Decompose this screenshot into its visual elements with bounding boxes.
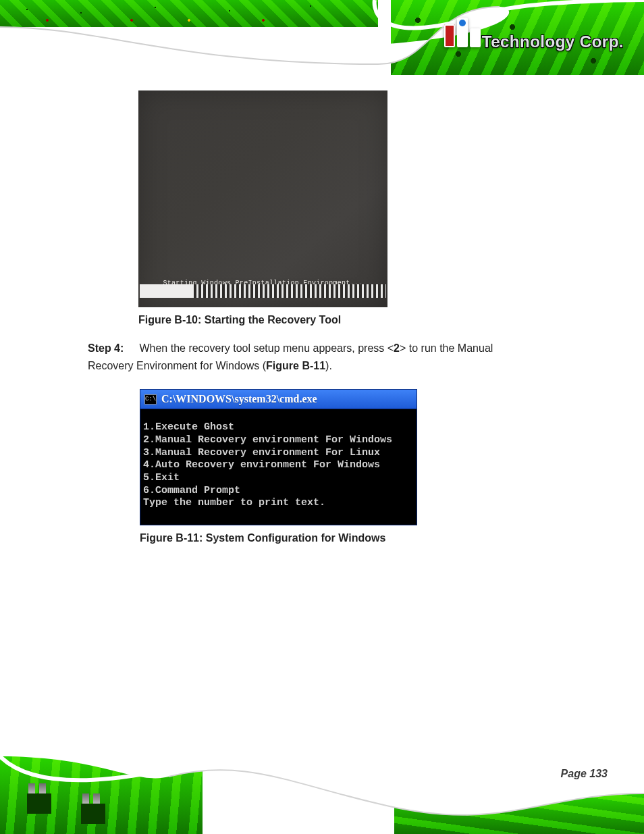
cmd-icon: C:\ (144, 394, 157, 405)
step-text-1: When the recovery tool setup menu appear… (139, 342, 394, 354)
header-pcb-left (0, 0, 378, 27)
brand-text: Technology Corp. (482, 32, 624, 51)
logo-bar-white (470, 28, 481, 47)
page-header-band: ® Technology Corp. (0, 0, 644, 75)
page-footer-band: Page 133 (0, 756, 644, 834)
figure-b10-block: Starting Windows PreInstallation Environ… (138, 90, 387, 326)
figure-b11-block: C:\ C:\WINDOWS\system32\cmd.exe 1.Execut… (140, 389, 417, 544)
step-key: 2 (394, 342, 400, 354)
winpe-loading-screenshot: Starting Windows PreInstallation Environ… (138, 90, 387, 307)
page-number: Page 133 (561, 768, 608, 780)
logo-bar-white-dot (457, 18, 468, 47)
winpe-progress-fill (140, 284, 194, 298)
logo-bar-red (444, 24, 455, 47)
figure-b10-caption: Figure B-10: Starting the Recovery Tool (138, 314, 387, 326)
step-4-paragraph: Step 4: When the recovery tool setup men… (88, 340, 520, 374)
step-figure-ref: Figure B-11 (266, 360, 325, 371)
cmd-title-text: C:\WINDOWS\system32\cmd.exe (161, 393, 317, 405)
figure-b11-caption: Figure B-11: System Configuration for Wi… (140, 532, 417, 544)
footer-pcb-left (0, 756, 203, 834)
step-text-3: ). (325, 360, 332, 371)
footer-pcb-right (394, 793, 644, 834)
cmd-titlebar: C:\ C:\WINDOWS\system32\cmd.exe (140, 390, 417, 409)
page-content: Starting Windows PreInstallation Environ… (0, 75, 644, 544)
step-label: Step 4: (88, 340, 136, 357)
cmd-body: 1.Execute Ghost 2.Manual Recovery enviro… (140, 409, 417, 525)
cmd-window: C:\ C:\WINDOWS\system32\cmd.exe 1.Execut… (140, 389, 417, 525)
